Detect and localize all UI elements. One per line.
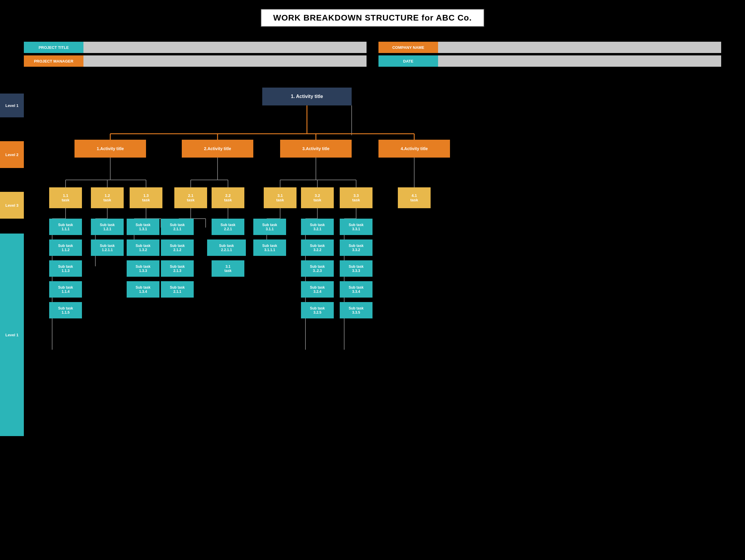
l4-2-1-2: Sub task2.1.2 xyxy=(161,239,194,256)
l4-3-2-1: Sub task3.2.1 xyxy=(301,219,334,235)
l4-1-1-1: Sub task1.1.1 xyxy=(49,219,82,235)
l4-1-3-4: Sub task1.3.4 xyxy=(127,281,159,298)
l3-node-3-3: 3.3task xyxy=(340,187,372,208)
l4-3-1-task: 3.1task xyxy=(212,260,245,277)
project-title-value[interactable] xyxy=(84,42,366,53)
l3-node-3-1: 3.1task xyxy=(264,187,296,208)
project-title-label: PROJECT TITLE xyxy=(24,42,84,53)
company-name-value[interactable] xyxy=(438,42,721,53)
l4-1-2-1: Sub task1.2.1 xyxy=(91,219,124,235)
l4-1-1-5: Sub task1.1.5 xyxy=(49,302,82,319)
l4-2-2-1-1: Sub task2.2.1.1 xyxy=(207,239,246,256)
l4-2-1-3: Sub task2.1.3 xyxy=(161,260,194,277)
wbs-container: Level 1 Level 2 Level 3 Level 1 xyxy=(0,76,745,534)
l4-1-3-1: Sub task1.3.1 xyxy=(127,219,159,235)
level-sidebar: Level 1 Level 2 Level 3 Level 1 xyxy=(0,81,30,534)
l3-node-2-2: 2.2task xyxy=(212,187,245,208)
l4-3-3-2: Sub task3.3.2 xyxy=(340,239,372,256)
l4-3-1-1: Sub task3.1.1 xyxy=(253,219,286,235)
l4-2-2-1: Sub task2.2.1 xyxy=(212,219,245,235)
l4-3-3-5: Sub task3.3.5 xyxy=(340,302,372,319)
l4-3-2-3: Sub task3..2.3 xyxy=(301,260,334,277)
l4-1-1-2: Sub task1.1.2 xyxy=(49,239,82,256)
l4-1-3-3: Sub task1.3.3 xyxy=(127,260,159,277)
header-info: PROJECT TITLE PROJECT MANAGER COMPANY NA… xyxy=(0,36,745,73)
main-title: WORK BREAKDOWN STRUCTURE for ABC Co. xyxy=(0,0,745,33)
date-value[interactable] xyxy=(438,56,721,67)
l4-3-2-4: Sub task3.2.4 xyxy=(301,281,334,298)
level2-label: Level 2 xyxy=(0,141,24,168)
company-name-label: COMPANY NAME xyxy=(379,42,438,53)
l3-node-1-2: 1.2task xyxy=(91,187,124,208)
l4-1-1-3: Sub task1.1.3 xyxy=(49,260,82,277)
l4-1-2-1-1: Sub task1.2.1.1 xyxy=(91,239,124,256)
level4-label: Level 1 xyxy=(0,234,24,436)
l4-3-3-4: Sub task3.3.4 xyxy=(340,281,372,298)
l3-node-1-1: 1.1task xyxy=(49,187,82,208)
l4-1-1-4: Sub task1.1.4 xyxy=(49,281,82,298)
l4-3-2-2: Sub task3.2.2 xyxy=(301,239,334,256)
l4-1-3-2: Sub task1.3.2 xyxy=(127,239,159,256)
l2-node-1: 1.Activity title xyxy=(74,140,146,158)
l3-node-4-1: 4.1task xyxy=(398,187,431,208)
level1-label: Level 1 xyxy=(0,94,24,118)
project-manager-value[interactable] xyxy=(84,56,366,67)
l4-3-2-5: Sub task3.2.5 xyxy=(301,302,334,319)
level3-label: Level 3 xyxy=(0,192,24,219)
l3-node-1-3: 1.3task xyxy=(130,187,162,208)
date-label: DATE xyxy=(379,56,438,67)
root-node: 1. Activity title xyxy=(262,88,352,105)
l2-node-3: 3.Activity title xyxy=(280,140,352,158)
l4-1-3-extra: Sub task2.1.1 xyxy=(161,219,194,235)
wbs-diagram: 1. Activity title 1.Activity title 2.Act… xyxy=(36,81,736,528)
l4-3-1-1-1: Sub task3.1.1.1 xyxy=(253,239,286,256)
l4-3-3-1: Sub task3.3.1 xyxy=(340,219,372,235)
project-manager-label: PROJECT MANAGER xyxy=(24,56,84,67)
l3-node-3-2: 3.2task xyxy=(301,187,334,208)
l4-3-3-3: Sub task3.3.3 xyxy=(340,260,372,277)
l2-node-4: 4.Activity title xyxy=(379,140,450,158)
l3-node-2-1: 2.1task xyxy=(174,187,207,208)
l2-node-2: 2.Activity title xyxy=(182,140,253,158)
l4-2-1-1b: Sub task2.1.1 xyxy=(161,281,194,298)
